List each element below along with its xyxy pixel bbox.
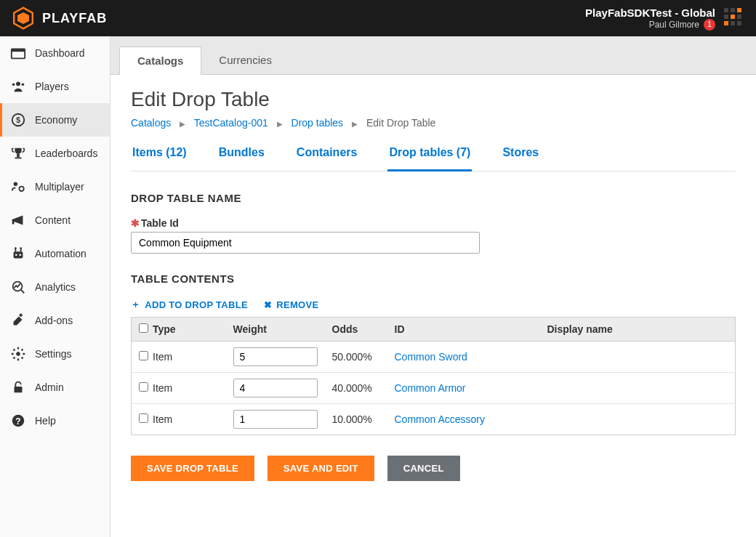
col-type: Type	[153, 323, 176, 335]
svg-line-22	[21, 290, 25, 294]
svg-point-5	[12, 83, 15, 86]
user-menu[interactable]: Paul Gilmore 1	[649, 19, 715, 31]
sidebar-item-label: Admin	[35, 381, 64, 393]
brand-logo[interactable]: PLAYFAB	[12, 7, 107, 30]
automation-icon	[10, 246, 26, 262]
page-title: Edit Drop Table	[131, 88, 736, 111]
svg-marker-1	[17, 12, 29, 24]
breadcrumb-catalogs[interactable]: Catalogs	[131, 117, 171, 129]
svg-point-11	[14, 182, 17, 187]
subtab-containers[interactable]: Containers	[295, 142, 359, 171]
sidebar-item-economy[interactable]: $ Economy	[0, 103, 110, 137]
breadcrumb-catalog-id[interactable]: TestCatalog-001	[194, 117, 268, 129]
svg-point-24	[16, 352, 20, 356]
row-checkbox[interactable]	[139, 351, 148, 360]
subtab-bundles[interactable]: Bundles	[217, 142, 266, 171]
svg-point-16	[19, 254, 21, 256]
row-id-link[interactable]: Common Armor	[395, 382, 466, 394]
col-odds: Odds	[325, 318, 387, 342]
row-checkbox[interactable]	[139, 413, 148, 423]
row-odds: 40.000%	[325, 373, 387, 404]
chevron-right-icon: ▶	[180, 120, 185, 128]
svg-rect-13	[12, 219, 15, 224]
weight-input[interactable]	[233, 410, 318, 429]
sidebar-item-label: Help	[35, 415, 56, 427]
sidebar-item-label: Dashboard	[35, 47, 85, 59]
plus-icon: ＋	[131, 298, 140, 311]
save-drop-table-button[interactable]: SAVE DROP TABLE	[131, 456, 254, 481]
addons-icon	[10, 312, 26, 328]
cancel-button[interactable]: CANCEL	[387, 456, 460, 481]
breadcrumb-current: Edit Drop Table	[366, 117, 435, 129]
row-checkbox[interactable]	[139, 382, 148, 392]
sidebar-item-settings[interactable]: Settings	[0, 337, 110, 371]
subtab-stores[interactable]: Stores	[501, 142, 540, 171]
sidebar-item-analytics[interactable]: Analytics	[0, 270, 110, 304]
sidebar-item-addons[interactable]: Add-ons	[0, 304, 110, 337]
svg-point-12	[19, 187, 23, 191]
svg-point-4	[16, 81, 20, 86]
leaderboards-icon	[10, 145, 26, 161]
sidebar-item-leaderboards[interactable]: Leaderboards	[0, 137, 110, 170]
table-row: Item 40.000% Common Armor	[132, 373, 736, 404]
sidebar-item-admin[interactable]: Admin	[0, 371, 110, 404]
sidebar-item-help[interactable]: ? Help	[0, 404, 110, 437]
svg-rect-23	[19, 313, 23, 317]
close-icon: ✖	[264, 299, 272, 310]
select-all-checkbox[interactable]	[139, 323, 148, 333]
row-display	[540, 404, 736, 435]
row-odds: 10.000%	[325, 404, 387, 435]
analytics-icon	[10, 279, 26, 295]
notification-badge: 1	[704, 19, 715, 31]
save-and-edit-button[interactable]: SAVE AND EDIT	[268, 456, 374, 481]
sidebar-item-label: Multiplayer	[35, 181, 84, 193]
sidebar-item-label: Economy	[35, 114, 77, 126]
sidebar-item-label: Settings	[35, 348, 72, 360]
row-id-link[interactable]: Common Sword	[395, 351, 467, 363]
svg-rect-14	[14, 251, 23, 258]
content-icon	[10, 212, 26, 228]
svg-point-15	[15, 254, 17, 256]
user-name: Paul Gilmore	[649, 20, 699, 30]
subtab-drop-tables[interactable]: Drop tables (7)	[387, 142, 472, 171]
admin-icon	[10, 379, 26, 395]
sidebar-item-label: Players	[35, 81, 69, 92]
sidebar-item-automation[interactable]: Automation	[0, 237, 110, 270]
weight-input[interactable]	[233, 347, 318, 366]
col-id: ID	[387, 318, 540, 342]
table-id-label: ✱Table Id	[131, 217, 736, 229]
tab-catalogs[interactable]: Catalogs	[119, 47, 201, 75]
table-id-input[interactable]	[131, 232, 480, 254]
sidebar-item-content[interactable]: Content	[0, 203, 110, 237]
chevron-right-icon: ▶	[277, 120, 283, 128]
sidebar-item-label: Leaderboards	[35, 148, 97, 159]
help-icon: ?	[10, 413, 26, 429]
subtab-items[interactable]: Items (12)	[131, 142, 188, 171]
table-row: Item 10.000% Common Accessory	[132, 404, 736, 435]
sidebar-item-label: Analytics	[35, 281, 76, 293]
sidebar: Dashboard Players $ Economy Leaderboards…	[0, 36, 110, 537]
row-odds: 50.000%	[325, 342, 387, 373]
remove-button[interactable]: ✖ REMOVE	[264, 298, 318, 311]
sidebar-item-multiplayer[interactable]: Multiplayer	[0, 170, 110, 203]
weight-input[interactable]	[233, 379, 318, 397]
title-context[interactable]: PlayFabSDKTest - Global	[585, 7, 715, 19]
svg-rect-10	[15, 158, 21, 159]
col-display: Display name	[540, 318, 736, 342]
tab-currencies[interactable]: Currencies	[201, 47, 289, 74]
sidebar-item-label: Content	[35, 214, 71, 226]
breadcrumb-drop-tables[interactable]: Drop tables	[291, 117, 344, 129]
dashboard-icon	[10, 45, 26, 61]
svg-rect-3	[12, 49, 25, 52]
svg-rect-9	[17, 154, 20, 158]
svg-text:?: ?	[15, 416, 20, 427]
playfab-logo-icon	[12, 7, 35, 30]
multiplayer-icon	[10, 179, 26, 195]
section-drop-table-name: DROP TABLE NAME	[131, 192, 736, 204]
sidebar-item-players[interactable]: Players	[0, 70, 110, 103]
row-id-link[interactable]: Common Accessory	[395, 413, 485, 425]
app-switcher-icon[interactable]	[724, 8, 744, 28]
add-to-drop-table-button[interactable]: ＋ ADD TO DROP TABLE	[131, 298, 248, 311]
breadcrumb: Catalogs ▶ TestCatalog-001 ▶ Drop tables…	[131, 117, 736, 129]
sidebar-item-dashboard[interactable]: Dashboard	[0, 36, 110, 70]
